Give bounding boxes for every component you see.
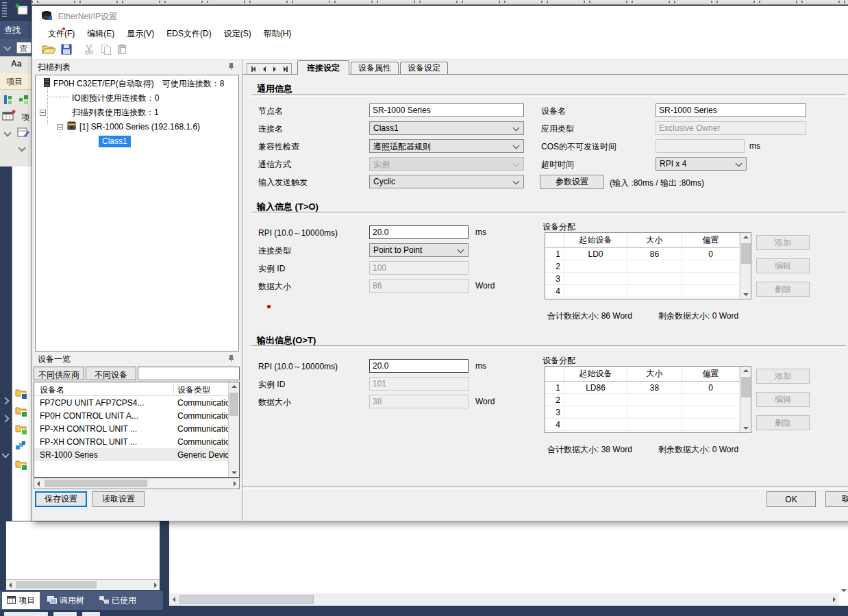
allocation-row[interactable]: 2 bbox=[545, 260, 740, 273]
tree-device-node[interactable]: [1] SR-1000 Series (192.168.1.6) bbox=[67, 121, 200, 133]
allocation-row[interactable]: 3 bbox=[545, 406, 740, 419]
dialog-titlebar[interactable]: EtherNet/IP设置 bbox=[32, 6, 848, 25]
pin-icon[interactable] bbox=[227, 354, 235, 364]
folder-icon[interactable] bbox=[15, 459, 27, 470]
input-trigger-select[interactable]: Cyclic bbox=[369, 175, 524, 188]
tree-scan-connections[interactable]: 扫描列表使用连接数：1 bbox=[72, 106, 159, 119]
editor-hscrollbar[interactable] bbox=[169, 593, 839, 606]
table-edit-icon[interactable] bbox=[17, 127, 29, 140]
add-device-tree-icon[interactable] bbox=[3, 95, 14, 107]
device-table-header[interactable]: 设备名 设备类型 bbox=[34, 382, 228, 396]
device-name-input[interactable]: SR-1000 Series bbox=[656, 103, 806, 117]
allocation-row[interactable]: 3 bbox=[545, 273, 740, 285]
read-settings-button[interactable]: 读取设置 bbox=[92, 491, 145, 507]
device-filter-button[interactable]: 不同设备 bbox=[86, 367, 136, 380]
tree-expander-icon[interactable] bbox=[40, 110, 46, 116]
first-tab-icon[interactable] bbox=[251, 64, 255, 74]
input-edit-button[interactable]: 编辑 bbox=[756, 258, 810, 273]
folder-icon[interactable] bbox=[15, 423, 27, 434]
tree-expander-icon[interactable] bbox=[57, 124, 63, 130]
tab-device-properties[interactable]: 设备属性 bbox=[351, 62, 399, 74]
table-new-icon[interactable] bbox=[2, 110, 16, 123]
connection-type-select[interactable]: Point to Point bbox=[369, 243, 469, 257]
menu-file[interactable]: 文件(F) bbox=[42, 25, 81, 40]
folder-icon[interactable] bbox=[15, 388, 27, 399]
compatibility-select[interactable]: 遵照适配器规则 bbox=[369, 139, 524, 153]
device-search-input[interactable] bbox=[138, 367, 240, 380]
tree-connection-node[interactable]: Class1 bbox=[99, 135, 131, 147]
chevron-right-icon[interactable] bbox=[1, 415, 9, 422]
project-tree-hscrollbar[interactable] bbox=[6, 579, 160, 590]
scroll-up-icon[interactable] bbox=[232, 385, 237, 388]
editor-vscrollbar[interactable] bbox=[839, 521, 848, 606]
add-block-icon[interactable] bbox=[18, 95, 29, 107]
parameter-settings-button[interactable]: 参数设置 bbox=[540, 175, 604, 189]
scroll-right-icon[interactable] bbox=[234, 481, 236, 486]
tab-call-tree[interactable]: 调用树 bbox=[42, 592, 89, 609]
next-tab-icon[interactable] bbox=[273, 64, 276, 74]
scroll-down-icon[interactable] bbox=[232, 471, 237, 474]
allocation-row[interactable]: 1LD0860 bbox=[545, 248, 740, 260]
scroll-left-icon[interactable] bbox=[37, 481, 40, 486]
chevron-down-icon[interactable] bbox=[1, 450, 9, 458]
allocation-row[interactable]: 2 bbox=[545, 394, 740, 406]
allocation-vscrollbar[interactable] bbox=[740, 233, 751, 299]
output-delete-button[interactable]: 删除 bbox=[756, 415, 810, 430]
project-side-tab[interactable]: 项目 bbox=[0, 73, 32, 90]
menu-help[interactable]: 帮助(H) bbox=[258, 25, 298, 40]
input-rpi-input[interactable]: 20.0 bbox=[369, 225, 469, 239]
tree-root-node[interactable]: FP0H C32ET/EP(自动取得) 可使用连接数：8 bbox=[44, 77, 224, 90]
tab-project[interactable]: 项目 bbox=[2, 592, 40, 609]
node-name-input[interactable]: SR-1000 Series bbox=[369, 103, 524, 117]
save-settings-button[interactable]: 保存设置 bbox=[35, 491, 87, 507]
new-window-icon[interactable] bbox=[15, 3, 29, 18]
table-row[interactable]: FP7CPU UNIT AFP7CPS4...Communications Ad bbox=[34, 396, 228, 409]
cascade-icon[interactable] bbox=[15, 441, 27, 452]
cut-icon[interactable] bbox=[84, 44, 94, 57]
table-row[interactable]: FP-XH CONTROL UNIT ...Communications Ad bbox=[34, 435, 228, 448]
allocation-row[interactable]: 5 bbox=[545, 297, 740, 299]
paste-icon[interactable] bbox=[117, 44, 127, 57]
table-row[interactable]: FP0H CONTROL UNIT A...Communications Ad bbox=[34, 409, 228, 422]
table-row[interactable]: FP-XH CONTROL UNIT ...Communications Ad bbox=[34, 422, 228, 435]
menu-edit[interactable]: 编辑(E) bbox=[81, 25, 121, 40]
menu-eds-file[interactable]: EDS文件(D) bbox=[160, 25, 217, 40]
scroll-down-icon[interactable] bbox=[743, 427, 749, 430]
copy-icon[interactable] bbox=[101, 44, 112, 57]
cancel-button[interactable]: 取消 bbox=[825, 491, 848, 507]
pin-icon[interactable] bbox=[227, 62, 235, 72]
scroll-down-icon[interactable] bbox=[743, 293, 749, 296]
menu-settings[interactable]: 设定(S) bbox=[218, 25, 258, 40]
connection-name-select[interactable]: Class1 bbox=[369, 121, 524, 135]
last-tab-icon[interactable] bbox=[284, 64, 288, 74]
save-icon[interactable] bbox=[61, 44, 72, 57]
tab-used[interactable]: 已使用 bbox=[95, 592, 141, 609]
output-add-button[interactable]: 添加 bbox=[756, 369, 810, 384]
open-file-icon[interactable] bbox=[42, 44, 55, 57]
editor-area[interactable] bbox=[169, 521, 839, 593]
input-delete-button[interactable]: 删除 bbox=[756, 282, 810, 297]
match-case-toggle[interactable]: Aa bbox=[11, 59, 21, 69]
allocation-row[interactable]: 4 bbox=[545, 285, 740, 297]
toolbar-grip[interactable] bbox=[2, 2, 7, 17]
chevron-right-icon[interactable] bbox=[1, 397, 9, 404]
device-table-hscrollbar[interactable] bbox=[34, 478, 240, 489]
find-input[interactable]: 查 bbox=[16, 42, 32, 53]
output-edit-button[interactable]: 编辑 bbox=[756, 392, 810, 407]
folder-icon[interactable] bbox=[15, 406, 27, 417]
allocation-row[interactable]: 4 bbox=[545, 419, 740, 431]
menu-view[interactable]: 显示(V) bbox=[121, 25, 160, 40]
allocation-row[interactable]: 1LD86380 bbox=[545, 382, 740, 394]
vendor-filter-button[interactable]: 不同供应商 bbox=[34, 367, 84, 380]
scroll-up-icon[interactable] bbox=[743, 236, 749, 238]
scroll-up-icon[interactable] bbox=[743, 369, 749, 372]
allocation-row[interactable]: 5 bbox=[545, 431, 740, 433]
tab-connection-settings[interactable]: 连接设定 bbox=[297, 60, 349, 75]
input-add-button[interactable]: 添加 bbox=[756, 235, 810, 250]
tab-device-settings[interactable]: 设备设定 bbox=[400, 62, 448, 74]
output-rpi-input[interactable]: 20.0 bbox=[369, 359, 469, 373]
device-table-vscrollbar[interactable] bbox=[228, 382, 239, 477]
ok-button[interactable]: OK bbox=[766, 491, 816, 507]
tree-io-connections[interactable]: IO图预计使用连接数：0 bbox=[72, 92, 159, 104]
prev-tab-icon[interactable] bbox=[263, 64, 266, 74]
